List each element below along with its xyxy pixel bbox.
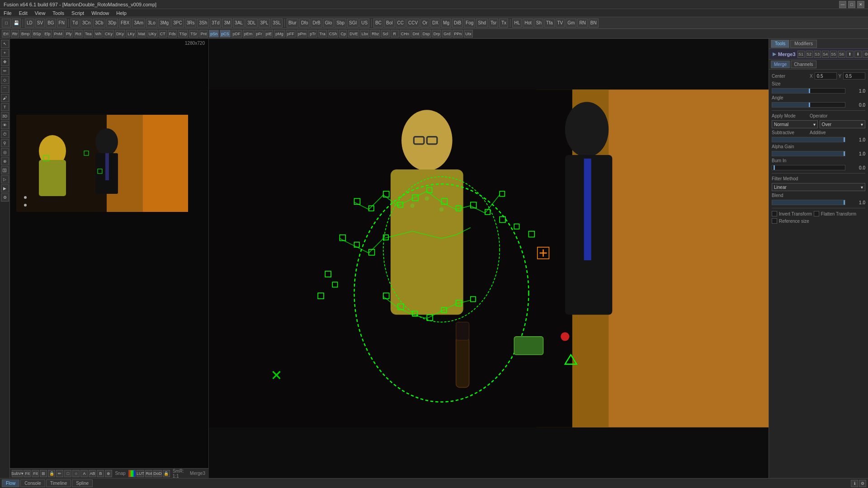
lt-time-btn[interactable]: ⏱ <box>1 130 9 138</box>
filter-method-dropdown[interactable]: Linear ▾ <box>772 183 865 191</box>
panel-icon-s4[interactable]: S4 <box>822 51 829 58</box>
ct-btn[interactable]: CT <box>159 30 167 38</box>
tx-btn[interactable]: Tx <box>499 19 508 28</box>
apply-mode-dropdown[interactable]: Normal ▾ <box>772 120 818 128</box>
wh-btn[interactable]: Wh <box>94 30 103 38</box>
utx-btn[interactable]: Utx <box>464 30 473 38</box>
tv-btn[interactable]: TV <box>556 19 565 28</box>
tab-modifiers[interactable]: Modifiers <box>790 40 817 48</box>
lt-paint-btn[interactable]: 🖌 <box>1 94 9 102</box>
pcs-btn[interactable]: pCS <box>220 30 231 38</box>
panel-icon-s2[interactable]: S2 <box>806 51 813 58</box>
sub-tab-merge[interactable]: Merge <box>771 61 790 68</box>
3sh-btn[interactable]: 3Sh <box>197 19 209 28</box>
3m-btn[interactable]: 3M <box>222 19 232 28</box>
ld-btn[interactable]: LD <box>25 19 34 28</box>
rtr-btn[interactable]: Rtr <box>11 30 19 38</box>
lock2-btn-left[interactable]: 🔒 <box>163 470 170 477</box>
ply-btn[interactable]: Ply <box>65 30 73 38</box>
pnt-btn[interactable]: Pnt <box>199 30 208 38</box>
size-slider-track[interactable] <box>772 88 845 94</box>
panel-icon-s3[interactable]: S3 <box>814 51 821 58</box>
close-button[interactable]: ✕ <box>857 1 864 8</box>
dod-btn-left[interactable]: DoD <box>153 470 161 477</box>
3mg-btn[interactable]: 3Mg <box>158 19 170 28</box>
drb-btn[interactable]: DrB <box>311 19 322 28</box>
bol-btn[interactable]: Bol <box>384 19 394 28</box>
sgi-btn[interactable]: SGI <box>347 19 359 28</box>
pencil-btn-left[interactable]: ✏ <box>56 470 63 477</box>
save-btn[interactable]: 💾 <box>12 19 21 28</box>
menu-edit[interactable]: Edit <box>17 10 29 16</box>
rect-btn-left[interactable]: □ <box>64 470 71 477</box>
alpha-gain-slider-track[interactable] <box>772 151 845 156</box>
lt-path-btn[interactable]: ⌒ <box>1 85 9 93</box>
3pl-btn[interactable]: 3PL <box>259 19 270 28</box>
tsr2-btn[interactable]: TSr <box>189 30 198 38</box>
lt-add-btn[interactable]: + <box>1 49 9 57</box>
pfr-btn[interactable]: pFr <box>255 30 264 38</box>
lt-right2-btn[interactable]: ▶ <box>1 184 9 192</box>
lt-settings-btn[interactable]: ⚙ <box>1 193 9 202</box>
ppm-btn[interactable]: pPm <box>297 30 308 38</box>
pnm-btn[interactable]: PnM <box>53 30 64 38</box>
lt-right1-btn[interactable]: ▷ <box>1 175 9 183</box>
hot-btn[interactable]: Hot <box>523 19 533 28</box>
subv-dropdown-left[interactable]: SubV▾ <box>12 470 23 477</box>
flow-tab-console[interactable]: Console <box>20 479 45 487</box>
lt-track-btn[interactable]: ⊕ <box>1 157 9 165</box>
b-btn-left[interactable]: B <box>97 470 104 477</box>
dx-btn[interactable]: DX <box>430 19 440 28</box>
3rs-btn[interactable]: 3Rs <box>185 19 197 28</box>
flatten-transform-checkbox[interactable] <box>814 211 819 216</box>
lt-cursor-btn[interactable]: ↖ <box>1 40 9 48</box>
ccv-btn[interactable]: CCV <box>406 19 420 28</box>
lt-move-btn[interactable]: ✥ <box>1 58 9 66</box>
sbp-btn[interactable]: Sbp <box>335 19 346 28</box>
blend-slider-track[interactable] <box>772 200 845 205</box>
minimize-button[interactable]: — <box>839 1 846 8</box>
glo-btn[interactable]: Glo <box>323 19 334 28</box>
cky-btn[interactable]: CKy <box>104 30 114 38</box>
menu-script[interactable]: Script <box>70 10 86 16</box>
tra-btn[interactable]: Tra <box>318 30 327 38</box>
erl-btn[interactable]: ErI <box>2 30 10 38</box>
bmp-btn[interactable]: Bmp <box>20 30 31 38</box>
scl-btn[interactable]: Scl <box>381 30 390 38</box>
rbz-btn[interactable]: Rbz <box>370 30 380 38</box>
lt-mask-btn[interactable]: ◎ <box>1 148 9 156</box>
viewer-right[interactable] <box>209 39 769 478</box>
blur-btn[interactable]: Blur <box>287 19 298 28</box>
cc-btn[interactable]: CC <box>396 19 406 28</box>
dib-btn[interactable]: DiB <box>452 19 463 28</box>
flow-tab-timeline[interactable]: Timeline <box>46 479 71 487</box>
flow-info-btn[interactable]: ℹ <box>851 480 858 487</box>
rot-btn-left[interactable]: Rot <box>145 470 152 477</box>
fbx-btn[interactable]: FBX <box>119 19 131 28</box>
a-btn-left[interactable]: A <box>80 470 88 477</box>
pie-btn[interactable]: pIE <box>264 30 274 38</box>
bg-btn[interactable]: BG <box>46 19 56 28</box>
tfa-btn[interactable]: Tfa <box>544 19 554 28</box>
3cn-btn[interactable]: 3Cn <box>80 19 92 28</box>
3pc-btn[interactable]: 3PC <box>171 19 184 28</box>
pmg-btn[interactable]: pMg <box>274 30 285 38</box>
3am-btn[interactable]: 3Am <box>132 19 145 28</box>
ppn-btn[interactable]: PPn <box>453 30 463 38</box>
ab-btn-left[interactable]: AB <box>89 470 96 477</box>
us-btn[interactable]: US <box>359 19 369 28</box>
sh-btn[interactable]: Sh <box>534 19 543 28</box>
grd-btn[interactable]: Grd <box>442 30 452 38</box>
cp-btn[interactable]: Cp <box>339 30 347 38</box>
panel-icon-s1[interactable]: S1 <box>797 51 805 58</box>
lt-shapes-btn[interactable]: ◇ <box>1 76 9 84</box>
dnt-btn[interactable]: Dnt <box>411 30 420 38</box>
3dl-btn[interactable]: 3DL <box>245 19 257 28</box>
lt-3d-btn[interactable]: 3D <box>1 112 9 120</box>
lut-btn-left[interactable]: LUT <box>137 470 145 477</box>
panel-settings-icon[interactable]: ⚙ <box>863 51 868 58</box>
angle-slider-track[interactable] <box>772 102 845 108</box>
rn-btn[interactable]: RN <box>577 19 587 28</box>
chn-btn[interactable]: CHn <box>400 30 410 38</box>
fn-btn[interactable]: FN <box>57 19 66 28</box>
